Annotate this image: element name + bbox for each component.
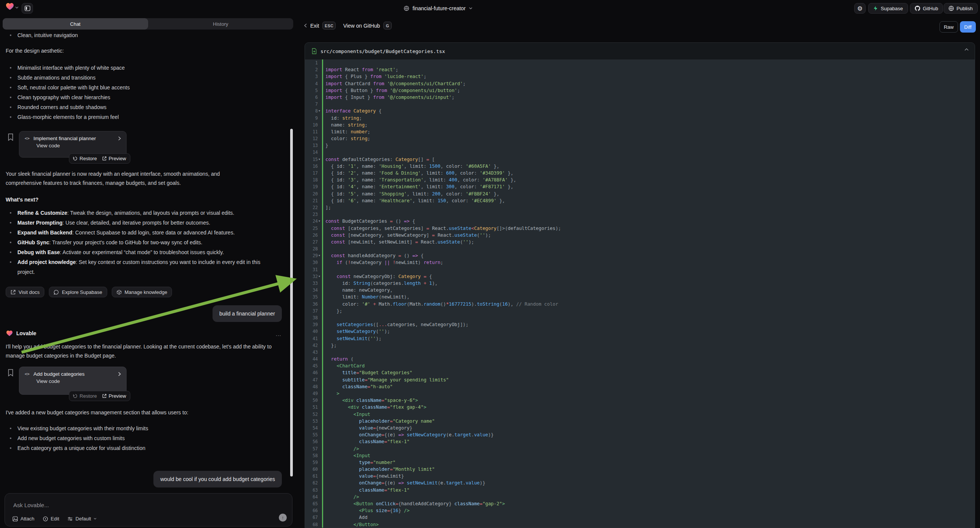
whats-next-list: Refine & Customize: Tweak the design, an… (6, 208, 273, 277)
brand-chevron-down-icon[interactable] (15, 6, 19, 9)
collapse-chevron-up-icon[interactable] (964, 48, 969, 51)
restore-button[interactable]: Restore (73, 393, 97, 399)
fold-toggle-icon[interactable]: ▾ (318, 252, 320, 259)
line-number: 52 (305, 411, 318, 418)
fold-toggle-icon[interactable]: ▾ (318, 273, 320, 280)
project-globe-icon (404, 6, 409, 11)
code-card-title: Implement financial planner (33, 135, 115, 141)
code-line: 3import { Plus } from 'lucide-react'; (305, 73, 975, 80)
code-line: 43 (305, 349, 975, 356)
esc-kbd-badge: ESC (322, 22, 336, 30)
code-line: 23 (305, 211, 975, 218)
line-number: 37 (305, 308, 318, 314)
restore-button[interactable]: Restore (73, 156, 97, 161)
line-number: 53 (305, 418, 318, 425)
code-line: 29▾ const handleAddCategory = () => { (305, 252, 975, 259)
line-number: 42 (305, 342, 318, 349)
external-link-icon (11, 290, 16, 295)
code-line: 37 }; (305, 308, 975, 314)
github-label: GitHub (923, 6, 938, 11)
assistant-help-text: I'll help you add budget categories to t… (6, 342, 275, 360)
mode-selector[interactable]: Default (67, 516, 97, 522)
bookmark-icon[interactable] (8, 133, 14, 141)
code-line: 50 <div className="space-y-6"> (305, 397, 975, 404)
chat-input-box[interactable]: Ask Lovable... Attach Edit (5, 493, 293, 526)
code-line: 38 (305, 314, 975, 321)
publish-globe-icon (948, 6, 954, 11)
visit-docs-button[interactable]: Visit docs (6, 287, 45, 297)
code-line: 64 /> (305, 493, 975, 500)
fold-toggle-icon[interactable]: ▾ (318, 218, 320, 224)
list-item: Glass-morphic elements for a premium fee… (6, 112, 278, 122)
project-switcher[interactable]: financial-future-creator (404, 3, 473, 14)
assistant-added-text: I've added a new budget categories manag… (6, 408, 278, 417)
view-on-github-button[interactable]: View on GitHub G (343, 22, 392, 30)
line-number: 44 (305, 356, 318, 363)
code-card-add-budget-categories[interactable]: <> Add budget categories View code (19, 367, 127, 395)
code-line: 57 /> (305, 445, 975, 452)
line-number: 9 (305, 115, 318, 122)
list-item: Expand with Backend: Connect Supabase to… (6, 227, 273, 237)
code-line: 27 const [newLimit, setNewLimit] = React… (305, 239, 975, 245)
list-item: Add project knowledge: Set key context o… (6, 257, 273, 277)
input-actions-row: Attach Edit Default (13, 516, 97, 522)
manage-knowledge-button[interactable]: Manage knowledge (112, 287, 172, 297)
top-bullet-list: Clean, intuitive navigation (6, 30, 78, 40)
fold-toggle-icon[interactable]: ▾ (318, 108, 320, 115)
view-code-link[interactable]: View code (19, 378, 126, 389)
line-number: 45 (305, 363, 318, 369)
line-number: 43 (305, 349, 318, 356)
preview-button[interactable]: Preview (102, 393, 126, 399)
list-item: Subtle animations and transitions (6, 73, 278, 83)
file-diff-card: src/components/budget/BudgetCategories.t… (305, 43, 975, 528)
line-number: 34 (305, 287, 318, 294)
fold-toggle-icon[interactable]: ▾ (318, 156, 320, 163)
sidebar-toggle-button[interactable] (22, 3, 33, 14)
message-menu-button[interactable]: ... (276, 331, 282, 337)
preview-button[interactable]: Preview (102, 156, 126, 161)
restore-preview-pill: Restore Preview (69, 153, 130, 164)
lovable-logo-icon[interactable] (6, 3, 14, 10)
list-item: Rounded corners and subtle shadows (6, 102, 278, 112)
knowledge-box-icon (117, 290, 122, 295)
view-code-link[interactable]: View code (19, 142, 126, 153)
tab-history[interactable]: History (148, 18, 294, 30)
action-buttons-row: Visit docsExplore SupabaseManage knowled… (6, 287, 172, 297)
code-line: 53 placeholder="Category name" (305, 418, 975, 425)
github-button[interactable]: GitHub (910, 3, 943, 14)
code-line: 6import { Input } from '@/components/ui/… (305, 94, 975, 101)
line-number: 3 (305, 73, 318, 80)
code-line: 67 Add (305, 514, 975, 521)
send-button[interactable]: ↑ (279, 514, 287, 522)
tab-chat[interactable]: Chat (3, 18, 148, 30)
code-line: 66 <Plus size={16} /> (305, 507, 975, 514)
line-number: 6 (305, 94, 318, 101)
line-number: 49 (305, 390, 318, 397)
chat-scrollbar-thumb[interactable] (290, 129, 293, 477)
design-bullet-list: Minimalist interface with plenty of whit… (6, 63, 278, 122)
explore-supabase-button[interactable]: Explore Supabase (49, 287, 107, 297)
assistant-header: Lovable (6, 330, 37, 336)
list-item: Clean typography with clear hierarchies (6, 92, 278, 102)
code-lines: 12import React from 'react';3import { Pl… (305, 59, 975, 528)
line-number: 17 (305, 170, 318, 177)
line-number: 24 (305, 218, 318, 224)
attach-button[interactable]: Attach (13, 516, 35, 522)
publish-button[interactable]: Publish (943, 3, 978, 14)
file-path-bar[interactable]: src/components/budget/BudgetCategories.t… (305, 43, 975, 59)
line-number: 47 (305, 377, 318, 383)
code-line: 49 > (305, 390, 975, 397)
raw-toggle-button[interactable]: Raw (939, 21, 958, 33)
supabase-button[interactable]: Supabase (868, 3, 908, 14)
code-line: 47 subtitle="Manage your spending limits… (305, 377, 975, 383)
diff-toggle-button[interactable]: Diff (960, 21, 976, 33)
code-line: 62 onChange={(e) => setNewLimit(e.target… (305, 480, 975, 486)
code-line: 21 { id: '6', name: 'Healthcare', limit:… (305, 197, 975, 204)
code-line: 22]; (305, 204, 975, 211)
edit-button[interactable]: Edit (43, 516, 59, 522)
bookmark-icon[interactable] (8, 369, 14, 377)
code-line: 54 value={newCategory} (305, 425, 975, 431)
settings-gear-button[interactable]: ⚙ (854, 3, 865, 14)
chevron-down-icon (94, 518, 97, 520)
exit-button[interactable]: Exit ESC (304, 22, 336, 30)
